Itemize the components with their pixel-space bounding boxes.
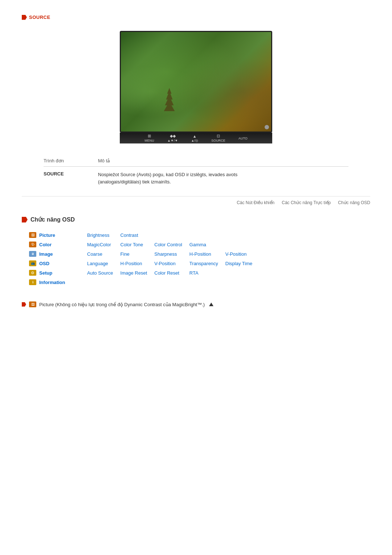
osd-arrow-icon: [22, 217, 28, 223]
sub-empty-2: [186, 230, 222, 240]
auto-adjust-button[interactable]: ▲ ▲/◎: [191, 134, 198, 142]
info-empty-1: [83, 278, 117, 287]
monitor-screen: [120, 31, 272, 133]
sub-transparency[interactable]: Transparency: [186, 259, 222, 268]
nav-link-controls[interactable]: Các Nút Điều khiển: [237, 200, 274, 205]
setup-label: Setup: [39, 270, 52, 276]
sub-v-position-osd[interactable]: V-Position: [151, 259, 186, 268]
menu-item-picture[interactable]: 🖼 Picture: [25, 230, 83, 240]
sub-empty-3: [222, 230, 256, 240]
sub-language[interactable]: Language: [83, 259, 117, 268]
info-empty-5: [222, 278, 256, 287]
osd-label: OSD: [39, 261, 49, 266]
image-label: Image: [39, 251, 53, 257]
sub-v-position-image[interactable]: V-Position: [222, 249, 256, 259]
sub-color-reset[interactable]: Color Reset: [151, 268, 186, 278]
osd-row-picture: 🖼 Picture Brightness Contrast: [25, 230, 256, 240]
note-picture-icon: 🖼: [29, 301, 36, 307]
arrow-up-icon: [209, 303, 213, 306]
nav-link-osd[interactable]: Chức năng OSD: [338, 200, 370, 205]
image-icon: 🖥: [29, 251, 36, 257]
menu-button[interactable]: ⊞ MENU: [144, 134, 154, 142]
sub-gamma[interactable]: Gamma: [186, 240, 222, 249]
sub-empty-4: [222, 240, 256, 249]
bottom-note: 🖼 Picture (Không có hiệu lực trong chế đ…: [22, 301, 370, 307]
source-header-text: SOURCE: [29, 15, 50, 20]
navigation-links: Các Nút Điều khiển Các Chức năng Trực ti…: [22, 196, 370, 205]
table-header: Trình đơn Mô tả: [44, 158, 348, 167]
osd-row-osd: 📺 OSD Language H-Position V-Position Tra…: [25, 259, 256, 268]
menu-item-color[interactable]: 🎨 Color: [25, 240, 83, 249]
sub-contrast[interactable]: Contrast: [117, 230, 151, 240]
sub-h-position-image[interactable]: H-Position: [186, 249, 222, 259]
monitor-base: ⊞ MENU ◆◆ ▲▼/▼ ▲ ▲/◎ ⊡ SOURCE AUTO: [120, 133, 272, 143]
brightness-button[interactable]: ◆◆ ▲▼/▼: [167, 134, 178, 142]
info-empty-2: [117, 278, 151, 287]
info-icon: ℹ: [29, 279, 36, 285]
color-label: Color: [39, 242, 52, 247]
sub-empty-1: [151, 230, 186, 240]
sub-color-control[interactable]: Color Control: [151, 240, 186, 249]
monitor-display: ⊞ MENU ◆◆ ▲▼/▼ ▲ ▲/◎ ⊡ SOURCE AUTO: [22, 31, 370, 143]
auto-button[interactable]: AUTO: [238, 136, 248, 140]
osd-row-image: 🖥 Image Coarse Fine Sharpness H-Position…: [25, 249, 256, 259]
source-arrow-icon: [22, 15, 27, 20]
sub-sharpness[interactable]: Sharpness: [151, 249, 186, 259]
osd-section: Chức năng OSD 🖼 Picture Brightness Contr…: [22, 216, 370, 287]
col1-header: Trình đơn: [44, 158, 98, 163]
menu-item-osd[interactable]: 📺 OSD: [25, 259, 83, 268]
table-row-label: SOURCE: [44, 171, 98, 185]
monitor-power-dot: [265, 125, 269, 129]
source-header: SOURCE: [22, 15, 370, 20]
sub-magiccolor[interactable]: MagicColor: [83, 240, 117, 249]
information-label: Information: [39, 280, 65, 285]
col2-header: Mô tả: [98, 158, 110, 163]
sub-display-time[interactable]: Display Time: [222, 259, 256, 268]
source-button[interactable]: ⊡ SOURCE: [211, 134, 225, 142]
menu-item-information[interactable]: ℹ Information: [25, 278, 83, 287]
info-empty-4: [186, 278, 222, 287]
info-empty-3: [151, 278, 186, 287]
osd-row-setup: ⚙ Setup Auto Source Image Reset Color Re…: [25, 268, 256, 278]
table-row: SOURCE Nospiežot Source (Avots) pogu, ka…: [44, 171, 348, 185]
color-icon: 🎨: [29, 242, 36, 247]
osd-title: Chức năng OSD: [30, 216, 75, 223]
sub-coarse[interactable]: Coarse: [83, 249, 117, 259]
sub-empty-5: [222, 268, 256, 278]
description-table: Trình đơn Mô tả SOURCE Nospiežot Source …: [44, 158, 348, 185]
picture-label: Picture: [39, 232, 55, 238]
nav-link-direct[interactable]: Các Chức năng Trực tiếp: [282, 200, 331, 205]
table-row-description: Nospiežot Source (Avots) pogu, kad OSD i…: [98, 171, 237, 185]
osd-menu-table: 🖼 Picture Brightness Contrast 🎨 Color: [25, 230, 256, 287]
sub-brightness[interactable]: Brightness: [83, 230, 117, 240]
bottom-note-text: Picture (Không có hiệu lực trong chế độ …: [39, 302, 205, 307]
setup-icon: ⚙: [29, 270, 36, 276]
sub-auto-source[interactable]: Auto Source: [83, 268, 117, 278]
osd-menu-icon: 📺: [29, 260, 36, 266]
osd-row-information: ℹ Information: [25, 278, 256, 287]
osd-header: Chức năng OSD: [22, 216, 370, 223]
menu-item-image[interactable]: 🖥 Image: [25, 249, 83, 259]
monitor-controls: ⊞ MENU ◆◆ ▲▼/▼ ▲ ▲/◎ ⊡ SOURCE AUTO: [142, 134, 250, 142]
sub-color-tone[interactable]: Color Tone: [117, 240, 151, 249]
sub-h-position-osd[interactable]: H-Position: [117, 259, 151, 268]
note-arrow-icon: [22, 302, 26, 307]
sub-rta[interactable]: RTA: [186, 268, 222, 278]
picture-icon: 🖼: [29, 232, 36, 238]
sub-image-reset[interactable]: Image Reset: [117, 268, 151, 278]
sub-fine[interactable]: Fine: [117, 249, 151, 259]
osd-row-color: 🎨 Color MagicColor Color Tone Color Cont…: [25, 240, 256, 249]
menu-item-setup[interactable]: ⚙ Setup: [25, 268, 83, 278]
